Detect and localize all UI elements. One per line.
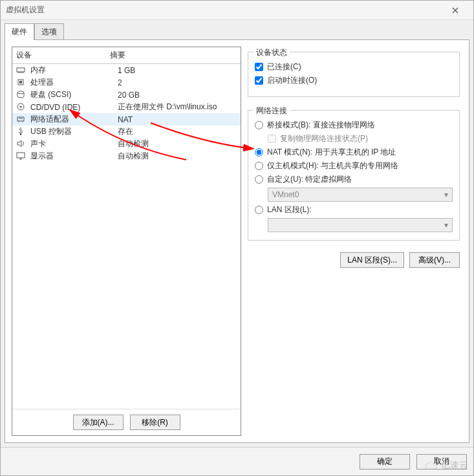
device-row[interactable]: 声卡自动检测: [12, 138, 241, 150]
replicate-checkbox: [268, 135, 276, 143]
device-name: USB 控制器: [30, 126, 118, 137]
device-summary: 自动检测: [118, 138, 237, 149]
device-row[interactable]: USB 控制器存在: [12, 125, 241, 138]
lan-label: LAN 区段(L):: [267, 204, 312, 215]
hostonly-label: 仅主机模式(H): 与主机共享的专用网络: [267, 160, 398, 171]
device-name: 硬盘 (SCSI): [30, 89, 118, 100]
device-summary: 自动检测: [118, 151, 237, 162]
tabstrip: 硬件 选项: [1, 20, 473, 39]
close-button[interactable]: [442, 1, 468, 20]
network-connection-group: 网络连接 桥接模式(B): 直接连接物理网络 复制物理网络连接状态(P) NAT…: [248, 110, 460, 241]
poweron-label: 启动时连接(O): [267, 75, 317, 86]
svg-point-7: [20, 133, 21, 135]
header-summary: 摘要: [110, 50, 237, 61]
poweron-checkbox[interactable]: [255, 76, 263, 85]
custom-combo-value: VMnet0: [272, 190, 299, 199]
watermark: 亿速云: [424, 460, 468, 471]
device-summary: 2: [118, 78, 237, 87]
custom-combo: VMnet0 ▾: [268, 188, 453, 202]
custom-label: 自定义(U): 特定虚拟网络: [267, 174, 352, 185]
custom-radio[interactable]: [255, 175, 263, 184]
chevron-down-icon: ▾: [444, 190, 448, 199]
bridged-row[interactable]: 桥接模式(B): 直接连接物理网络: [255, 120, 453, 131]
window-title: 虚拟机设置: [6, 5, 442, 16]
device-name: 网络适配器: [30, 114, 118, 125]
connected-checkbox[interactable]: [255, 63, 263, 71]
svg-rect-0: [17, 68, 25, 72]
device-summary: NAT: [118, 115, 237, 124]
cloud-icon: [424, 461, 438, 470]
svg-rect-8: [17, 153, 25, 158]
usb-icon: [16, 127, 27, 137]
sound-icon: [16, 139, 27, 149]
device-panel: 设备 摘要 内存1 GB处理器2硬盘 (SCSI)20 GBCD/DVD (ID…: [12, 47, 241, 436]
cpu-icon: [16, 78, 27, 88]
device-status-group: 设备状态 已连接(C) 启动时连接(O): [248, 52, 460, 97]
device-summary: 存在: [118, 126, 237, 137]
disk-icon: [16, 90, 27, 100]
bottom-bar: 确定 取消: [1, 447, 473, 475]
close-icon: [452, 7, 458, 14]
svg-rect-2: [19, 81, 22, 83]
device-row[interactable]: CD/DVD (IDE)正在使用文件 D:\vm\linux.iso: [12, 101, 241, 113]
header-device: 设备: [16, 50, 110, 61]
remove-button[interactable]: 移除(R): [130, 415, 180, 430]
tab-hardware[interactable]: 硬件: [5, 23, 34, 40]
device-name: CD/DVD (IDE): [30, 103, 118, 112]
hostonly-row[interactable]: 仅主机模式(H): 与主机共享的专用网络: [255, 160, 453, 171]
net-extra-buttons: LAN 区段(S)... 高级(V)...: [248, 252, 460, 268]
memory-icon: [16, 65, 27, 76]
add-button[interactable]: 添加(A)...: [73, 415, 124, 430]
device-row[interactable]: 显示器自动检测: [12, 150, 241, 162]
device-buttons: 添加(A)... 移除(R): [12, 409, 241, 435]
cd-icon: [16, 102, 27, 113]
replicate-label: 复制物理网络连接状态(P): [280, 133, 368, 144]
device-name: 处理器: [30, 77, 118, 88]
lan-row[interactable]: LAN 区段(L):: [255, 204, 453, 215]
watermark-text: 亿速云: [441, 460, 468, 471]
replicate-row: 复制物理网络连接状态(P): [268, 133, 453, 144]
device-summary: 1 GB: [118, 66, 237, 75]
hardware-panel: 设备 摘要 内存1 GB处理器2硬盘 (SCSI)20 GBCD/DVD (ID…: [5, 39, 469, 443]
network-connection-title: 网络连接: [253, 105, 290, 116]
device-name: 内存: [30, 65, 118, 76]
device-name: 显示器: [30, 151, 118, 162]
connected-row[interactable]: 已连接(C): [255, 61, 453, 72]
device-row[interactable]: 内存1 GB: [12, 64, 241, 76]
bridged-label: 桥接模式(B): 直接连接物理网络: [267, 120, 375, 131]
tab-options[interactable]: 选项: [34, 23, 64, 40]
device-name: 声卡: [30, 138, 118, 149]
nat-radio[interactable]: [255, 148, 263, 157]
svg-point-3: [17, 91, 24, 94]
chevron-down-icon: ▾: [444, 221, 448, 230]
ok-button[interactable]: 确定: [360, 454, 410, 470]
svg-rect-6: [17, 117, 24, 121]
device-row[interactable]: 网络适配器NAT: [12, 113, 241, 125]
display-icon: [16, 151, 27, 162]
custom-row[interactable]: 自定义(U): 特定虚拟网络: [255, 174, 453, 185]
device-status-title: 设备状态: [253, 47, 290, 58]
hostonly-radio[interactable]: [255, 162, 263, 170]
lan-segment-button[interactable]: LAN 区段(S)...: [340, 252, 404, 268]
lan-combo: ▾: [268, 218, 453, 232]
device-list[interactable]: 内存1 GB处理器2硬盘 (SCSI)20 GBCD/DVD (IDE)正在使用…: [12, 64, 241, 409]
bridged-radio[interactable]: [255, 121, 263, 129]
poweron-row[interactable]: 启动时连接(O): [255, 75, 453, 86]
nat-label: NAT 模式(N): 用于共享主机的 IP 地址: [267, 147, 396, 158]
nic-icon: [16, 114, 27, 125]
connected-label: 已连接(C): [267, 61, 301, 72]
settings-panel: 设备状态 已连接(C) 启动时连接(O) 网络连接 桥接模式(B): 直接连接物…: [248, 47, 462, 436]
device-header-row: 设备 摘要: [12, 47, 241, 64]
nat-row[interactable]: NAT 模式(N): 用于共享主机的 IP 地址: [255, 147, 453, 158]
device-summary: 20 GB: [118, 91, 237, 100]
device-row[interactable]: 硬盘 (SCSI)20 GB: [12, 89, 241, 101]
advanced-button[interactable]: 高级(V)...: [409, 252, 460, 268]
lan-radio[interactable]: [255, 206, 263, 214]
titlebar: 虚拟机设置: [1, 1, 473, 20]
device-row[interactable]: 处理器2: [12, 76, 241, 89]
svg-point-5: [20, 105, 22, 107]
vm-settings-window: 虚拟机设置 硬件 选项 设备 摘要 内存1 GB处理器2硬盘 (SCSI)20 …: [0, 0, 474, 476]
device-summary: 正在使用文件 D:\vm\linux.iso: [118, 102, 237, 113]
